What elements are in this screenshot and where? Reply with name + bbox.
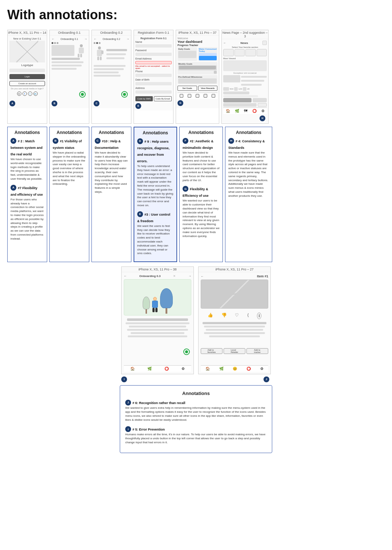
screen-C: Onboarding 0.2 ← Onboarding 0.2 → — [91, 30, 131, 124]
screen-H: News Page – 2nd suggestion – 3 ← News Se… — [221, 30, 269, 124]
screen-J-label: iPhone X, XS, 11 Pro – 27 — [199, 267, 270, 272]
screen-H-label: News Page – 2nd suggestion – 3 — [222, 30, 268, 39]
annotation-H: Annotations H# 4: Consistency & Standard… — [225, 127, 272, 262]
annotation-bottom: Annotations J# 6: Recognition rather tha… — [120, 385, 272, 453]
screen-E: Registration Form 0.1 Registration Form … — [134, 30, 173, 124]
screen-B-label: Onboarding 0.1 — [50, 30, 89, 36]
annotation-FG: Annotations F#2 :Aesthetic & minimalisti… — [179, 127, 223, 262]
screen-I: iPhone X, XS, 11 Pro – 38 ← Onboarding 0… — [121, 266, 194, 374]
screen-F-label: iPhone X, XS, 11 Pro – 37 — [176, 30, 219, 36]
screen-A: iPhone X, XS, 11 Pro – 14 New or Existin… — [7, 30, 47, 124]
screen-A-label: iPhone X, XS, 11 Pro – 14 — [8, 30, 47, 36]
annotation-B: Annotations B#1 Visibility of system sta… — [49, 127, 89, 262]
svg-line-4 — [201, 280, 268, 309]
screen-E-label: Registration Form 0.1 — [134, 30, 173, 36]
ann-A-title: Annotations — [11, 130, 44, 135]
screen-J: iPhone X, XS, 11 Pro – 27 ← Item #1 👍 — [198, 266, 271, 374]
annotation-A: Annotations A# 2 : Match between system … — [7, 127, 47, 262]
svg-rect-2 — [201, 280, 268, 309]
screen-C-label: Onboarding 0.2 — [92, 30, 131, 36]
screen-I-label: iPhone X, XS, 11 Pro – 38 — [122, 267, 193, 272]
annotation-DE: Annotations D# 9 : Help users recognize,… — [134, 127, 177, 262]
page-title: With annotations: — [7, 7, 385, 23]
annotation-C: Annotations C#10 : Help & Documentation … — [91, 127, 131, 262]
screen-F: iPhone X, XS, 11 Pro – 37 Welcome Your d… — [176, 30, 219, 124]
svg-line-3 — [201, 280, 268, 309]
item-title: Item #1 — [257, 274, 268, 278]
screen-B: Onboarding 0.1 ← Onboarding 0.1 → — [49, 30, 89, 124]
